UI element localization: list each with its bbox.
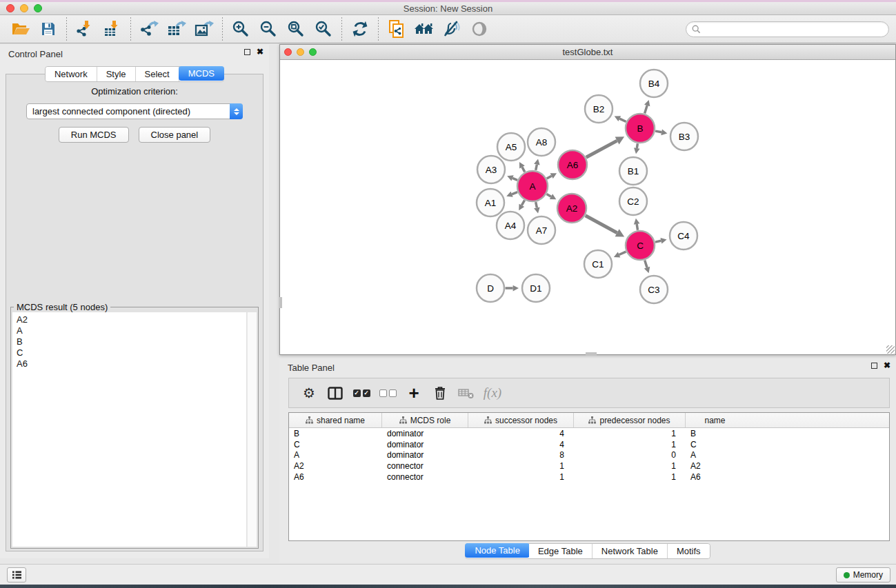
close-network-window-button[interactable] [284,48,292,56]
table-panel-header[interactable]: Table Panel ✖ [279,358,896,376]
graph-edge-A2-C[interactable] [586,216,624,237]
zoom-out-icon[interactable] [255,17,282,41]
table-cell[interactable]: 1 [468,472,574,483]
graph-edge-A6-B[interactable] [586,136,624,157]
float-table-panel-icon[interactable] [871,363,877,369]
graph-node-C[interactable]: C [626,231,655,260]
table-cell[interactable]: A6 [289,472,382,483]
table-cell[interactable]: 1 [574,428,686,439]
zoom-selected-icon[interactable] [310,17,337,41]
graph-node-A2[interactable]: A2 [557,194,586,223]
export-image-icon[interactable] [190,17,218,41]
float-panel-icon[interactable] [244,49,250,55]
graph-node-C2[interactable]: C2 [619,187,647,215]
table-row[interactable]: Adominator80A [289,449,889,460]
graph-node-B2[interactable]: B2 [585,95,613,123]
column-header-successor-nodes[interactable]: successor nodes [468,413,574,427]
table-cell[interactable]: A [289,449,382,460]
graph-edge-A-A7[interactable] [534,202,540,213]
zoom-in-icon[interactable] [227,17,255,41]
graph-node-D[interactable]: D [477,274,504,302]
result-item[interactable]: B [17,336,246,347]
graph-node-B1[interactable]: B1 [619,157,647,185]
table-row[interactable]: Bdominator41B [289,428,889,439]
network-canvas[interactable]: AA1A2A3A4A5A6A7A8BB1B2B3B4CC1C2C3C4DD1 [280,60,895,354]
graph-node-B[interactable]: B [626,114,655,143]
mcds-result-list[interactable]: A2ABCA6 [12,312,247,547]
result-item[interactable]: A2 [17,314,246,325]
graph-node-A1[interactable]: A1 [477,189,504,216]
close-table-panel-icon[interactable]: ✖ [884,362,890,369]
open-session-icon[interactable] [7,17,34,41]
close-panel-button[interactable]: Close panel [139,127,211,143]
table-cell[interactable]: B [686,428,744,439]
save-session-icon[interactable] [34,17,62,41]
table-cell[interactable]: 1 [574,472,686,483]
table-cell[interactable]: 4 [468,428,574,439]
graph-edge-A-A8[interactable] [534,159,540,170]
select-all-columns-icon[interactable]: ✓✓ [348,381,375,405]
run-mcds-button[interactable]: Run MCDS [59,127,129,143]
hide-graphics-details-icon[interactable] [438,17,466,41]
network-vscroll-thumb[interactable] [279,297,282,308]
graph-edge-A-A2[interactable] [546,194,556,199]
column-header-shared-name[interactable]: shared name [289,413,382,427]
table-cell[interactable]: A2 [686,460,744,472]
column-header-name[interactable]: name [686,413,744,427]
graph-node-A7[interactable]: A7 [528,216,555,244]
search-field[interactable] [686,21,889,37]
graph-edge-B-B1[interactable] [634,143,640,154]
graph-node-C4[interactable]: C4 [670,222,697,250]
table-cell[interactable]: dominator [382,439,468,450]
table-cell[interactable]: dominator [382,449,468,460]
maximize-network-window-button[interactable] [309,48,317,56]
table-cell[interactable]: 1 [574,439,686,450]
graph-edge-B-B4[interactable] [644,100,650,114]
tab-motifs[interactable]: Motifs [668,544,710,558]
tab-style[interactable]: Style [97,67,136,81]
result-scrollbar[interactable] [247,312,257,547]
close-panel-icon[interactable]: ✖ [257,48,263,55]
export-table-icon[interactable] [163,17,190,41]
show-panels-button[interactable] [7,567,26,582]
graph-node-C1[interactable]: C1 [584,250,612,278]
table-cell[interactable]: C [289,439,382,450]
function-builder-icon[interactable]: f(x) [479,381,506,405]
network-view-window[interactable]: testGlobe.txt AA1A2A3A4A5A6A7A8BB1B2B3B4… [279,44,896,355]
graph-node-A8[interactable]: A8 [528,128,555,156]
unselect-all-columns-icon[interactable] [375,381,401,405]
graph-node-D1[interactable]: D1 [522,274,550,302]
graph-node-B3[interactable]: B3 [670,123,698,150]
result-item[interactable]: C [17,347,246,358]
tab-mcds[interactable]: MCDS [179,66,224,81]
graph-edge-A-A5[interactable] [519,162,525,172]
tab-edge-table[interactable]: Edge Table [529,544,593,558]
network-hscroll-thumb[interactable] [586,352,597,355]
table-cell[interactable]: A2 [289,460,382,472]
zoom-fit-icon[interactable] [282,17,310,41]
table-options-gear-icon[interactable]: ⚙ [296,381,322,405]
show-column-icon[interactable] [322,381,348,405]
table-cell[interactable]: C [686,439,744,450]
result-item[interactable]: A6 [17,358,246,369]
control-panel-header[interactable]: Control Panel ✖ [0,45,269,63]
graph-node-A6[interactable]: A6 [558,150,587,179]
create-column-icon[interactable]: + [401,381,427,405]
delete-table-icon[interactable] [453,381,479,405]
import-table-icon[interactable] [99,17,126,41]
graph-node-A4[interactable]: A4 [497,212,524,239]
graph-edge-D-D1[interactable] [506,285,519,292]
graph-edge-A-A6[interactable] [547,173,557,179]
graph-node-A3[interactable]: A3 [477,156,505,183]
graph-edge-C-C1[interactable] [614,252,626,257]
table-cell[interactable]: 8 [468,449,574,460]
column-header-mcds-role[interactable]: MCDS role [382,413,468,427]
result-item[interactable]: A [17,325,246,336]
graph-edge-B-B2[interactable] [615,116,626,121]
close-window-button[interactable] [6,4,14,12]
graph-edge-A-A1[interactable] [506,192,517,197]
resize-grip-icon[interactable] [886,345,895,354]
graph-node-A5[interactable]: A5 [497,133,525,161]
refresh-view-icon[interactable] [346,17,374,41]
search-input[interactable] [704,25,883,34]
